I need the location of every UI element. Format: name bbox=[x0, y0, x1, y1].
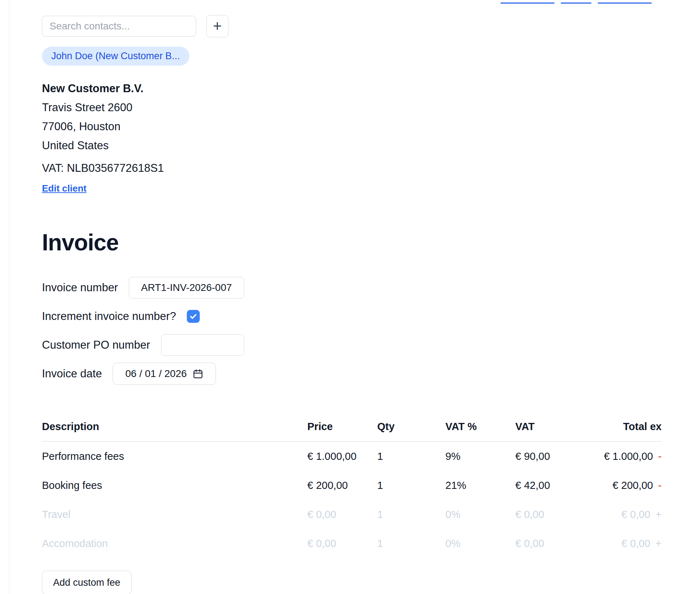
fee-row: Booking fees € 200,00 1 21% € 42,00 € 20… bbox=[42, 471, 662, 500]
client-details: New Customer B.V. Travis Street 2600 770… bbox=[42, 83, 700, 193]
fee-qty: 1 bbox=[377, 471, 445, 500]
fee-description: Travel bbox=[42, 500, 307, 529]
increment-row: Increment invoice number? bbox=[42, 305, 700, 327]
invoice-number-input[interactable] bbox=[129, 277, 244, 298]
fee-qty: 1 bbox=[377, 442, 445, 471]
fee-vat: € 42,00 bbox=[515, 471, 585, 500]
search-contacts-input[interactable] bbox=[42, 16, 196, 37]
fee-vat-pct: 0% bbox=[445, 529, 515, 558]
add-contact-button[interactable]: + bbox=[206, 15, 228, 37]
fee-total-ex: € 200,00 bbox=[612, 480, 653, 491]
fee-price: € 1.000,00 bbox=[307, 442, 377, 471]
invoice-date-row: Invoice date 06 / 01 / 2026 bbox=[42, 363, 700, 385]
fee-vat: € 0,00 bbox=[515, 529, 585, 558]
fee-description: Accomodation bbox=[42, 529, 307, 558]
increment-checkbox[interactable] bbox=[187, 310, 200, 323]
edit-client-link[interactable]: Edit client bbox=[42, 184, 86, 193]
po-number-label: Customer PO number bbox=[42, 339, 150, 352]
client-name: New Customer B.V. bbox=[42, 83, 700, 94]
col-header-qty: Qty bbox=[377, 421, 445, 442]
fee-price: € 200,00 bbox=[307, 471, 377, 500]
fees-table: Description Price Qty VAT % VAT Total ex… bbox=[42, 421, 662, 558]
increment-label: Increment invoice number? bbox=[42, 310, 176, 323]
invoice-form: Invoice number Increment invoice number?… bbox=[42, 277, 700, 385]
add-fee-button[interactable]: + bbox=[655, 508, 662, 520]
truncated-top-link[interactable] bbox=[598, 0, 652, 4]
fee-vat-pct: 0% bbox=[445, 500, 515, 529]
fee-vat: € 0,00 bbox=[515, 500, 585, 529]
fee-total-ex: € 1.000,00 bbox=[604, 451, 653, 462]
add-fee-button[interactable]: + bbox=[655, 537, 662, 550]
fee-vat-pct: 21% bbox=[445, 471, 515, 500]
calendar-icon[interactable] bbox=[193, 368, 203, 379]
invoice-date-value: 06 / 01 / 2026 bbox=[126, 368, 187, 380]
client-vat: VAT: NLB0356772618S1 bbox=[42, 162, 700, 174]
truncated-top-link[interactable] bbox=[561, 0, 591, 4]
fees-header-row: Description Price Qty VAT % VAT Total ex bbox=[42, 421, 662, 442]
client-street: Travis Street 2600 bbox=[42, 102, 700, 113]
fee-row-disabled: Travel € 0,00 1 0% € 0,00 € 0,00+ bbox=[42, 500, 662, 529]
add-custom-fee-button[interactable]: Add custom fee bbox=[42, 571, 132, 594]
col-header-vat-pct: VAT % bbox=[445, 421, 515, 442]
fee-qty: 1 bbox=[377, 500, 445, 529]
col-header-total-ex: Total ex bbox=[585, 421, 662, 442]
fee-row: Performance fees € 1.000,00 1 9% € 90,00… bbox=[42, 442, 662, 471]
fee-total-ex: € 0,00 bbox=[621, 538, 651, 549]
contact-search-row: + bbox=[42, 15, 700, 37]
fee-vat-pct: 9% bbox=[445, 442, 515, 471]
invoice-number-row: Invoice number bbox=[42, 277, 700, 299]
col-header-description: Description bbox=[42, 421, 307, 442]
page-title: Invoice bbox=[42, 229, 700, 256]
fee-row-disabled: Accomodation € 0,00 1 0% € 0,00 € 0,00+ bbox=[42, 529, 662, 558]
checkmark-icon bbox=[189, 312, 198, 321]
truncated-top-link[interactable] bbox=[501, 0, 554, 4]
left-divider bbox=[9, 0, 9, 594]
top-cutoff-links bbox=[501, 0, 652, 4]
remove-fee-button[interactable]: - bbox=[658, 479, 662, 491]
fee-total-ex: € 0,00 bbox=[621, 509, 651, 520]
client-city: 77006, Houston bbox=[42, 121, 700, 132]
fee-description: Performance fees bbox=[42, 442, 307, 471]
col-header-price: Price bbox=[307, 421, 377, 442]
invoice-editor-page: + John Doe (New Customer B... New Custom… bbox=[0, 0, 700, 594]
fee-vat: € 90,00 bbox=[515, 442, 585, 471]
fee-price: € 0,00 bbox=[307, 500, 377, 529]
col-header-vat: VAT bbox=[515, 421, 585, 442]
fee-price: € 0,00 bbox=[307, 529, 377, 558]
invoice-date-input[interactable]: 06 / 01 / 2026 bbox=[113, 363, 216, 385]
fee-description: Booking fees bbox=[42, 471, 307, 500]
selected-contact-chip[interactable]: John Doe (New Customer B... bbox=[42, 47, 189, 66]
remove-fee-button[interactable]: - bbox=[658, 450, 662, 462]
fee-qty: 1 bbox=[377, 529, 445, 558]
customer-po-input[interactable] bbox=[161, 334, 244, 356]
client-country: United States bbox=[42, 140, 700, 151]
invoice-date-label: Invoice date bbox=[42, 367, 102, 380]
po-number-row: Customer PO number bbox=[42, 334, 700, 356]
invoice-number-label: Invoice number bbox=[42, 281, 118, 294]
